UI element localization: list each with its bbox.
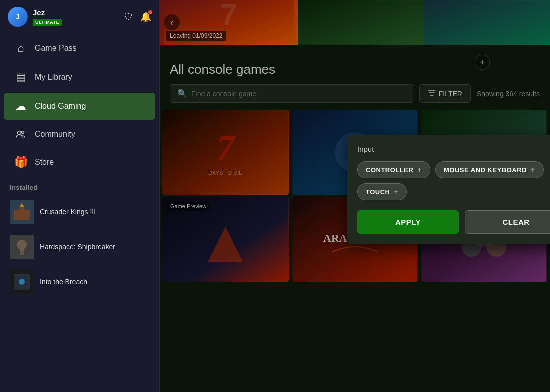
game-thumbnail xyxy=(10,235,34,259)
game-thumbnail xyxy=(10,270,34,294)
sidebar-item-label: Game Pass xyxy=(35,44,77,53)
main-content: 🔍 ‹ 7 Leaving 01/09/2022 xyxy=(160,0,550,392)
filter-actions: APPLY CLEAR xyxy=(358,210,550,234)
filter-touch-row: TOUCH + xyxy=(358,184,550,200)
filter-controller-tag[interactable]: CONTROLLER + xyxy=(358,162,430,178)
store-icon: 🎁 xyxy=(14,156,28,169)
filter-mouse-keyboard-label: MOUSE AND KEYBOARD xyxy=(444,166,527,174)
sidebar-item-label: My Library xyxy=(35,73,72,82)
plus-icon: + xyxy=(394,188,398,196)
filter-mouse-keyboard-tag[interactable]: MOUSE AND KEYBOARD + xyxy=(436,162,544,178)
filter-popup-title: Input xyxy=(358,145,550,154)
svg-point-0 xyxy=(18,132,22,135)
game-thumbnail xyxy=(10,200,34,224)
installed-section-label: Installed xyxy=(0,177,160,194)
library-icon: ▤ xyxy=(14,71,28,84)
sidebar-item-label: Cloud Gaming xyxy=(35,102,86,111)
shield-button[interactable]: 🛡 xyxy=(124,12,134,22)
plus-icon: + xyxy=(418,166,422,174)
list-item[interactable]: Into the Breach xyxy=(0,265,160,299)
filter-controller-label: CONTROLLER xyxy=(366,166,414,174)
sidebar-item-cloud-gaming[interactable]: ☁ Cloud Gaming xyxy=(4,93,156,120)
community-icon xyxy=(14,129,28,140)
installed-game-name: Crusader Kings III xyxy=(40,208,96,216)
svg-point-7 xyxy=(17,240,27,250)
svg-point-1 xyxy=(22,132,24,134)
home-icon: ⌂ xyxy=(14,42,28,55)
sidebar-item-game-pass[interactable]: ⌂ Game Pass xyxy=(4,35,156,62)
plus-icon: + xyxy=(531,166,536,174)
svg-rect-8 xyxy=(20,249,24,255)
profile-name: Jez xyxy=(33,8,120,17)
sidebar-item-community[interactable]: Community xyxy=(4,122,156,147)
sidebar-item-store[interactable]: 🎁 Store xyxy=(4,149,156,176)
installed-game-name: Into the Breach xyxy=(40,278,88,286)
sidebar: J Jez ULTIMATE 🛡 🔔 ⌂ Game Pass ▤ My Libr… xyxy=(0,0,160,392)
profile-icons: 🛡 🔔 xyxy=(124,12,152,22)
profile-area: J Jez ULTIMATE 🛡 🔔 xyxy=(0,0,160,34)
notification-dot xyxy=(148,10,152,14)
installed-game-name: Hardspace: Shipbreaker xyxy=(40,243,116,251)
shield-icon: 🛡 xyxy=(124,12,134,22)
clear-button[interactable]: CLEAR xyxy=(465,210,550,234)
sidebar-item-label: Store xyxy=(35,158,54,167)
svg-rect-3 xyxy=(14,210,30,220)
list-item[interactable]: Hardspace: Shipbreaker xyxy=(0,230,160,264)
sidebar-item-label: Community xyxy=(35,130,76,139)
apply-button[interactable]: APPLY xyxy=(358,210,459,234)
cloud-icon: ☁ xyxy=(14,100,28,113)
list-item[interactable]: Crusader Kings III xyxy=(0,195,160,229)
filter-touch-tag[interactable]: TOUCH + xyxy=(358,184,407,200)
notifications-button[interactable]: 🔔 xyxy=(140,12,152,22)
filter-touch-label: TOUCH xyxy=(366,188,390,196)
svg-point-11 xyxy=(19,279,25,285)
sidebar-item-my-library[interactable]: ▤ My Library xyxy=(4,64,156,91)
filter-options: CONTROLLER + MOUSE AND KEYBOARD + xyxy=(358,162,550,178)
avatar: J xyxy=(8,7,28,27)
filter-popup: Input CONTROLLER + MOUSE AND KEYBOARD + … xyxy=(348,135,550,244)
ultimate-badge: ULTIMATE xyxy=(33,19,62,26)
profile-info: Jez ULTIMATE xyxy=(33,8,120,26)
